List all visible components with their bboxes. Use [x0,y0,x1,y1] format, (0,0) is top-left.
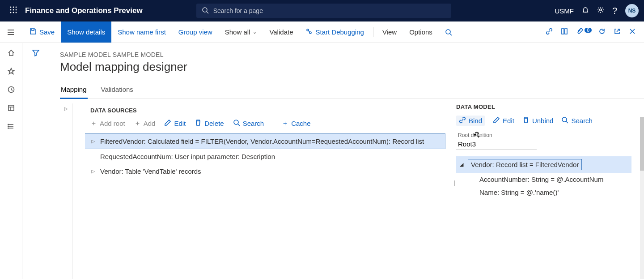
refresh-icon[interactable] [597,26,607,38]
svg-line-34 [566,121,568,123]
svg-line-32 [238,124,240,126]
tree-node[interactable]: ▷ FilteredVendor: Calculated field = FIL… [85,133,445,149]
workspace-icon[interactable] [8,104,15,113]
dm-search-button[interactable]: Search [561,116,593,125]
search-button[interactable]: Search [233,119,264,128]
unbind-button[interactable]: Unbind [522,116,554,125]
view-menu[interactable]: View [376,21,403,43]
tree-node[interactable]: RequestedAccountNum: User input paramete… [85,149,445,164]
star-icon[interactable] [8,68,15,76]
attachments-icon[interactable]: 0 [574,26,592,38]
global-search[interactable]: Search for a page [196,4,451,18]
edit-label: Edit [174,120,186,127]
search-icon [561,116,568,125]
svg-point-15 [307,29,309,31]
svg-point-4 [13,9,14,11]
tab-mapping[interactable]: Mapping [60,82,88,99]
link-icon[interactable] [544,26,555,38]
dm-tree-node[interactable]: ◢ Vendor: Record list = FilteredVendor [456,156,631,173]
company-picker[interactable]: USMF [555,7,574,15]
cache-label: Cache [291,120,310,127]
find-button[interactable] [439,21,458,43]
nav-rail [0,43,22,279]
tree-node-label: RequestedAccountNum: User input paramete… [100,153,275,160]
trash-icon [195,119,202,128]
svg-point-16 [309,32,311,34]
recent-icon[interactable] [8,86,15,94]
edit-button[interactable]: Edit [164,119,186,128]
separator [373,27,373,37]
svg-point-9 [203,8,207,12]
help-icon[interactable]: ? [612,6,617,16]
validate-button[interactable]: Validate [263,21,299,43]
svg-point-7 [13,12,14,13]
search-placeholder: Search for a page [213,7,263,14]
dm-tree-node[interactable]: AccountNumber: String = @.AccountNum [476,173,631,186]
show-all-dropdown[interactable]: Show all ⌄ [219,21,263,43]
attachment-count: 0 [585,28,592,33]
bell-icon[interactable] [582,6,589,15]
svg-line-18 [450,34,452,35]
save-label: Save [39,28,55,36]
debug-icon [305,28,313,36]
add-root-button[interactable]: ＋Add root [90,119,125,128]
show-details-button[interactable]: Show details [61,21,111,43]
save-icon [30,28,37,36]
svg-point-30 [8,128,8,129]
svg-point-2 [16,7,17,8]
close-icon[interactable] [627,26,638,38]
chevron-right-icon[interactable]: ▷ [91,138,96,144]
delete-button[interactable]: Delete [195,119,224,128]
start-debugging-button[interactable]: Start Debugging [299,21,370,43]
scrollbar[interactable] [640,117,644,279]
search-icon [202,7,209,15]
group-view-button[interactable]: Group view [172,21,219,43]
filter-pane-toggle[interactable] [22,43,49,279]
svg-point-6 [10,12,12,13]
scrollbar-thumb[interactable] [640,117,644,171]
svg-point-11 [600,9,602,11]
chevron-down-icon[interactable]: ◢ [460,162,464,167]
root-definition-input[interactable] [456,138,537,150]
svg-point-29 [8,126,8,127]
home-icon[interactable] [8,49,15,58]
svg-point-0 [10,7,12,8]
filter-icon [32,49,39,279]
dm-tree-node-label: Vendor: Record list = FilteredVendor [468,159,582,170]
tab-validations[interactable]: Validations [100,82,134,99]
popout-icon[interactable] [612,26,623,38]
chevron-down-icon: ⌄ [253,29,257,35]
tree-node-label: Vendor: Table 'VendTable' records [100,167,201,175]
cache-button[interactable]: ＋Cache [282,119,310,128]
link-icon [459,116,466,125]
pencil-icon [493,116,500,125]
book-icon[interactable] [559,26,570,38]
app-launcher-icon[interactable] [5,6,21,15]
svg-point-3 [10,9,12,11]
add-button[interactable]: ＋Add [134,119,156,128]
svg-line-10 [207,12,208,13]
svg-point-8 [16,12,17,13]
svg-point-33 [562,117,567,122]
avatar[interactable]: NS [625,4,639,17]
show-all-label: Show all [225,28,250,36]
add-label: Add [144,120,156,127]
save-button[interactable]: Save [23,21,61,43]
hamburger-button[interactable] [0,21,23,43]
show-name-first-button[interactable]: Show name first [111,21,172,43]
options-menu[interactable]: Options [403,21,439,43]
plus-icon: ＋ [282,119,288,128]
svg-point-28 [8,124,8,125]
plus-icon: ＋ [134,119,141,128]
modules-icon[interactable] [8,123,15,131]
svg-point-17 [446,30,450,34]
dm-edit-button[interactable]: Edit [493,116,514,125]
data-sources-title: DATA SOURCES [90,107,445,114]
dm-tree-node[interactable]: Name: String = @.'name()' [476,186,631,199]
splitter-handle[interactable]: || [453,180,454,186]
expand-types-handle[interactable]: ▷ [60,103,72,279]
bind-button[interactable]: Bind ↶⌐ [456,116,485,126]
tree-node[interactable]: ▷ Vendor: Table 'VendTable' records [85,164,445,179]
gear-icon[interactable] [597,6,604,15]
chevron-right-icon[interactable]: ▷ [91,168,96,174]
